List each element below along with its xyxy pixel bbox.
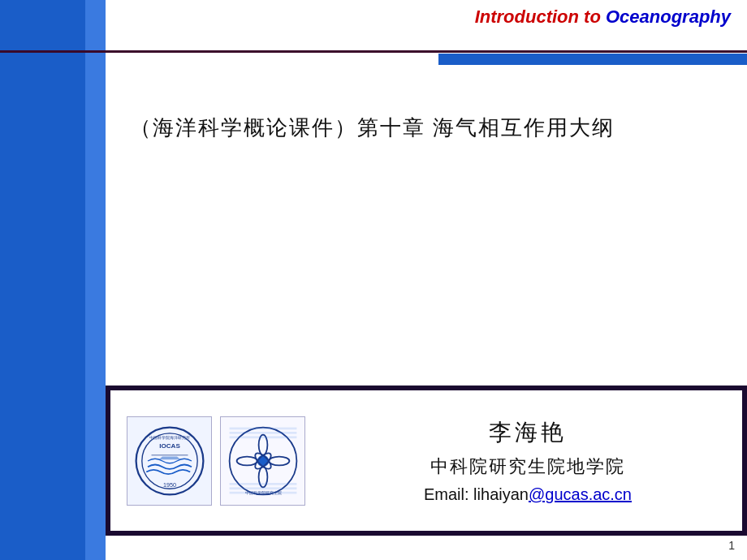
svg-point-10 (236, 456, 257, 465)
svg-text:1950: 1950 (163, 480, 176, 488)
author-name: 李海艳 (489, 417, 567, 448)
email-label: Email: lihaiyan (424, 485, 529, 503)
sidebar-stripe (85, 0, 106, 560)
sidebar-dark-bar (0, 50, 106, 53)
svg-text:中国科学院海洋研究所: 中国科学院海洋研究所 (149, 435, 190, 440)
email-domain: @gucas.ac.cn (529, 485, 632, 503)
svg-text:IOCAS: IOCAS (159, 442, 180, 449)
header-title: Introduction to Oceanography (475, 6, 731, 28)
gucas-logo: 中国科学院研究生院 (220, 416, 305, 506)
email-link[interactable]: @gucas.ac.cn (529, 485, 632, 503)
chapter-title: （海洋科学概论课件）第十章 海气相互作用大纲 (130, 114, 731, 142)
info-box: IOCAS 1950 中国科学院海洋研究所 (106, 386, 747, 536)
svg-rect-17 (229, 483, 296, 485)
info-box-inner: IOCAS 1950 中国科学院海洋研究所 (110, 390, 742, 531)
logos-area: IOCAS 1950 中国科学院海洋研究所 (127, 416, 305, 506)
iocas-logo-svg: IOCAS 1950 中国科学院海洋研究所 (133, 424, 206, 498)
svg-rect-15 (229, 432, 296, 434)
title-intro: Introduction to (475, 6, 606, 27)
gucas-logo-svg: 中国科学院研究生院 (227, 424, 300, 498)
svg-point-11 (269, 456, 289, 465)
left-sidebar (0, 0, 106, 560)
title-oceanography: Oceanography (606, 6, 731, 27)
top-right-accent-bar (438, 54, 747, 65)
svg-rect-14 (229, 427, 296, 429)
iocas-logo: IOCAS 1950 中国科学院海洋研究所 (127, 416, 212, 506)
svg-text:中国科学院研究生院: 中国科学院研究生院 (244, 489, 281, 494)
svg-rect-16 (229, 436, 296, 438)
author-info: 李海艳 中科院研究生院地学院 Email: lihaiyan@gucas.ac.… (330, 417, 726, 504)
author-email: Email: lihaiyan@gucas.ac.cn (424, 485, 632, 504)
svg-rect-18 (229, 487, 296, 489)
svg-point-7 (257, 454, 268, 466)
author-organization: 中科院研究生院地学院 (430, 454, 625, 479)
page-number: 1 (728, 539, 735, 552)
top-divider-line (0, 50, 747, 53)
